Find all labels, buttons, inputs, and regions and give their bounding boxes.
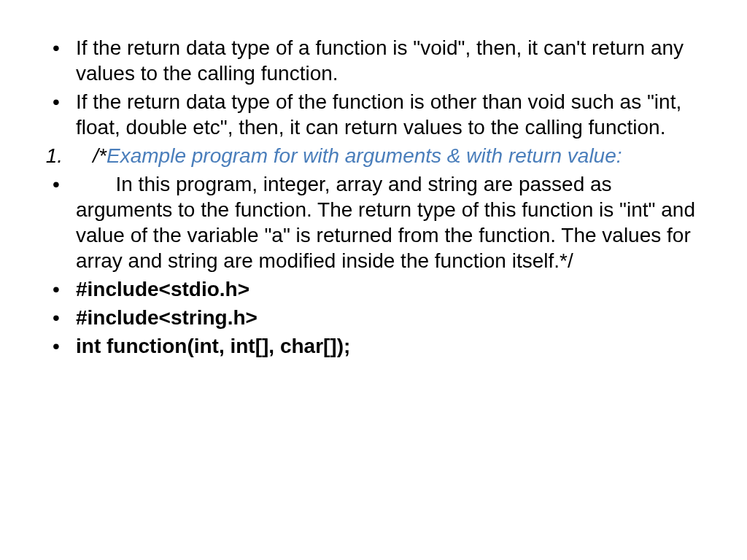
slide-content: If the return data type of a function is… [0, 0, 747, 560]
list-item: #include<stdio.h> [44, 276, 703, 302]
list-item: #include<string.h> [44, 305, 703, 330]
list-item-text: If the return data type of the function … [76, 90, 681, 139]
list-item-text: If the return data type of a function is… [76, 36, 684, 85]
code-line: #include<stdio.h> [76, 278, 249, 300]
content-list: If the return data type of a function is… [44, 35, 703, 359]
list-item: If the return data type of a function is… [44, 35, 703, 86]
comment-open: /* [76, 144, 107, 167]
list-item-numbered: /*Example program for with arguments & w… [44, 143, 703, 168]
code-line: #include<string.h> [76, 306, 258, 329]
list-item: In this program, integer, array and stri… [44, 171, 703, 273]
list-item-text: In this program, integer, array and stri… [76, 173, 701, 272]
list-item: int function(int, int[], char[]); [44, 333, 703, 359]
comment-text: Example program for with arguments & wit… [107, 144, 622, 167]
list-item: If the return data type of the function … [44, 89, 703, 140]
code-line: int function(int, int[], char[]); [76, 335, 350, 357]
